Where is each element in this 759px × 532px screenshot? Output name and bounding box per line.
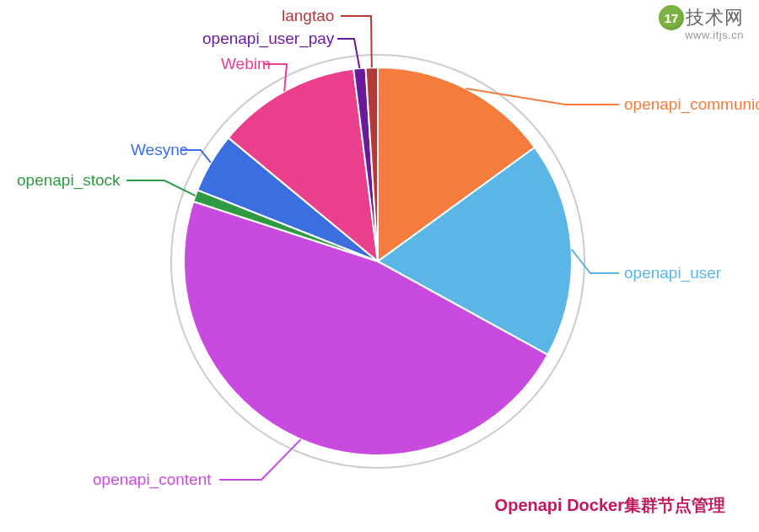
- leader-line: [341, 16, 372, 67]
- watermark: 17 技术网 www.itjs.cn: [659, 5, 744, 41]
- slice-label-Webim: Webim: [221, 55, 271, 73]
- watermark-url: www.itjs.cn: [659, 29, 744, 41]
- watermark-name: 技术网: [686, 5, 744, 30]
- leader-line: [219, 439, 301, 480]
- slice-label-openapi_user: openapi_user: [624, 264, 722, 282]
- slice-label-openapi_user_pay: openapi_user_pay: [202, 30, 335, 48]
- watermark-badge-icon: 17: [659, 5, 684, 30]
- slice-label-langtao: langtao: [282, 7, 334, 24]
- pie-chart: openapi_communicationopenapi_useropenapi…: [0, 0, 759, 532]
- leader-line: [337, 39, 359, 68]
- chart-caption: Openapi Docker集群节点管理: [495, 494, 725, 517]
- slice-label-openapi_communication: openapi_communication: [624, 95, 759, 114]
- leader-line: [572, 250, 620, 273]
- slice-label-openapi_content: openapi_content: [93, 470, 212, 489]
- slice-label-openapi_stock: openapi_stock: [17, 171, 121, 190]
- slice-label-Wesync: Wesync: [131, 141, 187, 159]
